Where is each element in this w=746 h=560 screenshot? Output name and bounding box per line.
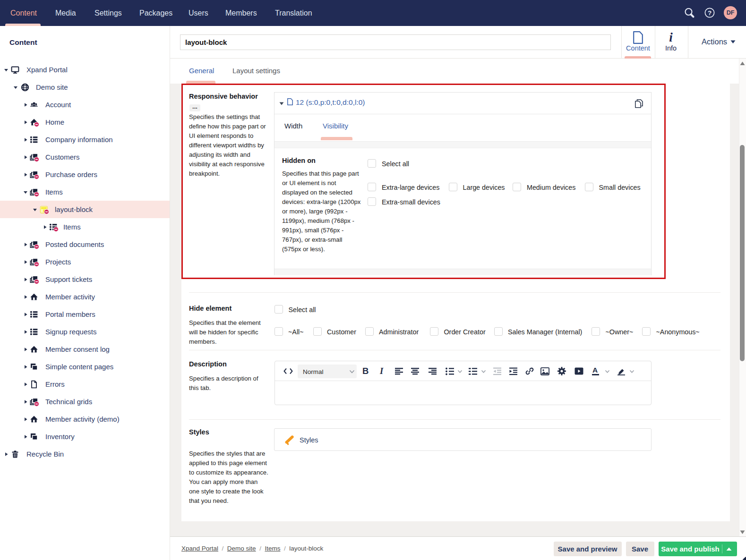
svg-text:?: ? [708, 9, 712, 17]
